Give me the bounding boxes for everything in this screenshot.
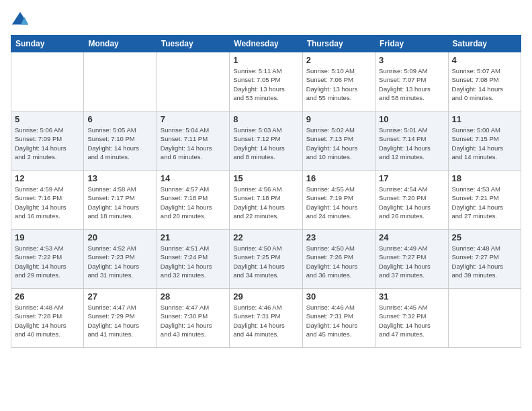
day-info: Sunrise: 5:11 AM Sunset: 7:05 PM Dayligh… [233,66,298,102]
day-number: 27 [87,291,152,302]
column-header-thursday: Thursday [302,36,375,52]
day-number: 7 [161,114,226,124]
calendar-day-26: 26Sunrise: 4:48 AM Sunset: 7:28 PM Dayli… [11,289,84,348]
day-info: Sunrise: 4:52 AM Sunset: 7:23 PM Dayligh… [87,244,152,279]
calendar-day-18: 18Sunrise: 4:53 AM Sunset: 7:21 PM Dayli… [448,171,521,230]
column-header-friday: Friday [375,36,448,52]
calendar-day-3: 3Sunrise: 5:09 AM Sunset: 7:07 PM Daylig… [375,52,448,111]
calendar-day-17: 17Sunrise: 4:54 AM Sunset: 7:20 PM Dayli… [375,171,448,230]
day-number: 30 [306,291,371,302]
calendar-day-29: 29Sunrise: 4:46 AM Sunset: 7:31 PM Dayli… [230,289,302,348]
day-info: Sunrise: 4:57 AM Sunset: 7:18 PM Dayligh… [161,185,226,220]
day-number: 16 [306,173,371,183]
day-info: Sunrise: 4:47 AM Sunset: 7:30 PM Dayligh… [161,303,226,338]
day-info: Sunrise: 4:51 AM Sunset: 7:24 PM Dayligh… [161,244,226,279]
empty-cell [157,52,229,111]
calendar-day-24: 24Sunrise: 4:49 AM Sunset: 7:27 PM Dayli… [375,230,448,289]
calendar-day-22: 22Sunrise: 4:50 AM Sunset: 7:25 PM Dayli… [230,230,302,289]
calendar-day-28: 28Sunrise: 4:47 AM Sunset: 7:30 PM Dayli… [157,289,229,348]
column-header-tuesday: Tuesday [157,36,229,52]
column-header-wednesday: Wednesday [230,36,302,52]
day-number: 25 [452,232,517,242]
day-info: Sunrise: 4:50 AM Sunset: 7:26 PM Dayligh… [306,244,371,279]
calendar-week-3: 12Sunrise: 4:59 AM Sunset: 7:16 PM Dayli… [11,171,521,230]
day-number: 5 [15,114,80,124]
calendar-day-8: 8Sunrise: 5:03 AM Sunset: 7:12 PM Daylig… [230,111,302,171]
calendar-day-1: 1Sunrise: 5:11 AM Sunset: 7:05 PM Daylig… [230,52,302,111]
column-header-monday: Monday [84,36,157,52]
column-header-sunday: Sunday [11,36,84,52]
calendar-day-27: 27Sunrise: 4:47 AM Sunset: 7:29 PM Dayli… [84,289,157,348]
day-number: 19 [15,232,80,242]
page-header [11,11,521,30]
day-number: 10 [379,114,444,124]
calendar-day-10: 10Sunrise: 5:01 AM Sunset: 7:14 PM Dayli… [375,111,448,171]
day-number: 4 [452,55,517,65]
calendar-day-15: 15Sunrise: 4:56 AM Sunset: 7:18 PM Dayli… [230,171,302,230]
calendar-day-12: 12Sunrise: 4:59 AM Sunset: 7:16 PM Dayli… [11,171,84,230]
day-number: 12 [15,173,80,183]
day-number: 26 [15,291,80,302]
day-number: 29 [233,291,298,302]
day-info: Sunrise: 5:07 AM Sunset: 7:08 PM Dayligh… [452,66,517,102]
day-info: Sunrise: 4:50 AM Sunset: 7:25 PM Dayligh… [233,244,298,279]
day-number: 23 [306,232,371,242]
calendar-day-6: 6Sunrise: 5:05 AM Sunset: 7:10 PM Daylig… [84,111,157,171]
day-info: Sunrise: 5:06 AM Sunset: 7:09 PM Dayligh… [15,126,80,161]
logo-icon [11,11,30,30]
day-info: Sunrise: 4:49 AM Sunset: 7:27 PM Dayligh… [379,244,444,279]
day-number: 9 [306,114,371,124]
day-number: 22 [233,232,298,242]
calendar-day-11: 11Sunrise: 5:00 AM Sunset: 7:15 PM Dayli… [448,111,521,171]
day-number: 28 [161,291,226,302]
day-number: 14 [161,173,226,183]
day-info: Sunrise: 4:46 AM Sunset: 7:31 PM Dayligh… [306,303,371,338]
day-info: Sunrise: 4:47 AM Sunset: 7:29 PM Dayligh… [87,303,152,338]
calendar-day-20: 20Sunrise: 4:52 AM Sunset: 7:23 PM Dayli… [84,230,157,289]
day-info: Sunrise: 4:58 AM Sunset: 7:17 PM Dayligh… [87,185,152,220]
day-number: 3 [379,55,444,65]
calendar-day-19: 19Sunrise: 4:53 AM Sunset: 7:22 PM Dayli… [11,230,84,289]
calendar-week-5: 26Sunrise: 4:48 AM Sunset: 7:28 PM Dayli… [11,289,521,348]
day-number: 13 [87,173,152,183]
calendar-day-30: 30Sunrise: 4:46 AM Sunset: 7:31 PM Dayli… [302,289,375,348]
calendar-day-25: 25Sunrise: 4:48 AM Sunset: 7:27 PM Dayli… [448,230,521,289]
calendar-week-1: 1Sunrise: 5:11 AM Sunset: 7:05 PM Daylig… [11,52,521,111]
day-number: 21 [161,232,226,242]
calendar-week-2: 5Sunrise: 5:06 AM Sunset: 7:09 PM Daylig… [11,111,521,171]
day-info: Sunrise: 5:04 AM Sunset: 7:11 PM Dayligh… [161,126,226,161]
day-info: Sunrise: 4:55 AM Sunset: 7:19 PM Dayligh… [306,185,371,220]
day-number: 2 [306,55,371,65]
day-info: Sunrise: 5:09 AM Sunset: 7:07 PM Dayligh… [379,66,444,102]
calendar-day-4: 4Sunrise: 5:07 AM Sunset: 7:08 PM Daylig… [448,52,521,111]
day-number: 11 [452,114,517,124]
day-number: 6 [87,114,152,124]
calendar-day-2: 2Sunrise: 5:10 AM Sunset: 7:06 PM Daylig… [302,52,375,111]
calendar-day-21: 21Sunrise: 4:51 AM Sunset: 7:24 PM Dayli… [157,230,229,289]
calendar-day-31: 31Sunrise: 4:45 AM Sunset: 7:32 PM Dayli… [375,289,448,348]
logo [11,11,32,30]
calendar-day-14: 14Sunrise: 4:57 AM Sunset: 7:18 PM Dayli… [157,171,229,230]
empty-cell [11,52,84,111]
day-info: Sunrise: 5:00 AM Sunset: 7:15 PM Dayligh… [452,126,517,161]
day-info: Sunrise: 5:05 AM Sunset: 7:10 PM Dayligh… [87,126,152,161]
calendar-day-16: 16Sunrise: 4:55 AM Sunset: 7:19 PM Dayli… [302,171,375,230]
day-info: Sunrise: 5:01 AM Sunset: 7:14 PM Dayligh… [379,126,444,161]
column-header-saturday: Saturday [448,36,521,52]
day-info: Sunrise: 4:59 AM Sunset: 7:16 PM Dayligh… [15,185,80,220]
calendar-header-row: SundayMondayTuesdayWednesdayThursdayFrid… [11,36,521,52]
day-info: Sunrise: 4:46 AM Sunset: 7:31 PM Dayligh… [233,303,298,338]
day-number: 1 [233,55,298,65]
calendar-day-9: 9Sunrise: 5:02 AM Sunset: 7:13 PM Daylig… [302,111,375,171]
day-info: Sunrise: 4:53 AM Sunset: 7:22 PM Dayligh… [15,244,80,279]
day-info: Sunrise: 4:48 AM Sunset: 7:27 PM Dayligh… [452,244,517,279]
calendar-day-5: 5Sunrise: 5:06 AM Sunset: 7:09 PM Daylig… [11,111,84,171]
day-number: 15 [233,173,298,183]
day-info: Sunrise: 5:02 AM Sunset: 7:13 PM Dayligh… [306,126,371,161]
day-info: Sunrise: 4:48 AM Sunset: 7:28 PM Dayligh… [15,303,80,338]
empty-cell [448,289,521,348]
day-info: Sunrise: 5:10 AM Sunset: 7:06 PM Dayligh… [306,66,371,102]
day-number: 24 [379,232,444,242]
day-info: Sunrise: 4:45 AM Sunset: 7:32 PM Dayligh… [379,303,444,338]
day-number: 18 [452,173,517,183]
